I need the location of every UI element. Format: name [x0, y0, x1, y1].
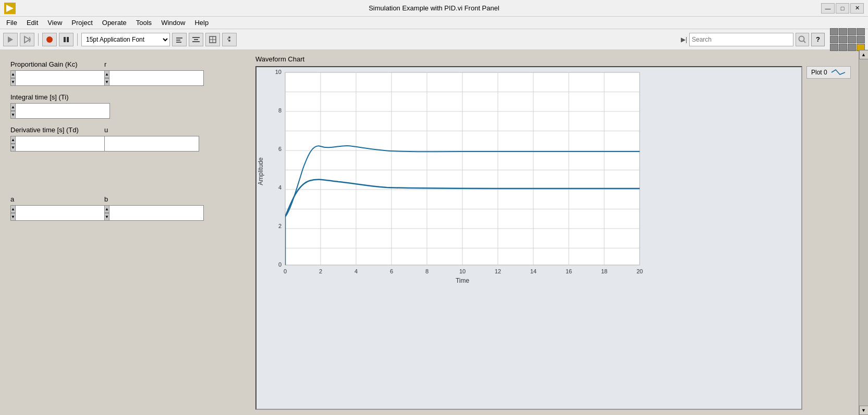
- menu-tools[interactable]: Tools: [132, 18, 156, 28]
- svg-rect-8: [176, 40, 180, 41]
- proportional-gain-input[interactable]: 1: [16, 70, 110, 86]
- derivative-time-control: ▲ ▼ 1: [10, 136, 94, 152]
- menu-project[interactable]: Project: [67, 18, 96, 28]
- row-td-u: Derivative time [s] (Td) ▲ ▼ 1 u 0.50027…: [10, 126, 245, 152]
- window-title: Simulation Example with PID.vi Front Pan…: [369, 4, 499, 12]
- svg-text:10: 10: [459, 268, 466, 274]
- search-button[interactable]: [796, 33, 809, 46]
- b-group: b ▲ ▼ 2: [104, 195, 167, 221]
- a-up[interactable]: ▲: [10, 205, 16, 213]
- b-down[interactable]: ▼: [104, 213, 109, 221]
- font-selector[interactable]: 15pt Application Font: [81, 33, 170, 46]
- integral-time-spinner: ▲ ▼: [10, 103, 16, 119]
- svg-point-17: [228, 40, 230, 42]
- proportional-gain-control: ▲ ▼ 1: [10, 70, 94, 86]
- integral-time-up[interactable]: ▲: [10, 103, 16, 111]
- derivative-time-input[interactable]: 1: [16, 136, 110, 152]
- b-spinner: ▲ ▼: [104, 205, 109, 221]
- resize-button[interactable]: [205, 33, 220, 46]
- svg-text:20: 20: [637, 268, 643, 274]
- u-input[interactable]: 0.500279: [104, 136, 199, 152]
- svg-text:Amplitude: Amplitude: [257, 157, 264, 185]
- proportional-gain-label: Proportional Gain (Kc): [10, 60, 94, 68]
- r-label: r: [104, 60, 167, 68]
- a-control: ▲ ▼ 0.25: [10, 205, 94, 221]
- a-down[interactable]: ▼: [10, 213, 16, 221]
- window-controls: — □ ✕: [821, 3, 864, 14]
- menu-file[interactable]: File: [2, 18, 21, 28]
- chart-box: 0 2 4 6 8 10 0 2 4 6 8 10 12 14 16 18: [255, 66, 802, 410]
- svg-text:16: 16: [566, 268, 572, 274]
- svg-marker-3: [25, 36, 30, 43]
- chart-wrapper: 0 2 4 6 8 10 0 2 4 6 8 10 12 14 16 18: [255, 66, 859, 410]
- proportional-gain-up[interactable]: ▲: [10, 70, 16, 78]
- plot-legend-label: Plot 0: [811, 69, 827, 76]
- controls-panel: Proportional Gain (Kc) ▲ ▼ 1 r ▲ ▼: [0, 50, 255, 415]
- search-input[interactable]: [689, 33, 793, 46]
- svg-text:12: 12: [495, 268, 501, 274]
- integral-time-input[interactable]: 1: [16, 103, 110, 119]
- svg-point-16: [228, 36, 230, 39]
- abort-button[interactable]: [42, 33, 57, 46]
- svg-rect-7: [176, 37, 182, 39]
- svg-text:4: 4: [278, 184, 282, 191]
- menu-window[interactable]: Window: [157, 18, 189, 28]
- b-up[interactable]: ▲: [104, 205, 109, 213]
- svg-marker-2: [8, 36, 13, 43]
- menu-edit[interactable]: Edit: [22, 18, 42, 28]
- svg-text:2: 2: [278, 223, 282, 229]
- toolbar-right: ▶| ?: [681, 28, 865, 51]
- b-input[interactable]: 2: [109, 205, 204, 221]
- derivative-time-down[interactable]: ▼: [10, 144, 16, 152]
- minimize-button[interactable]: —: [821, 3, 835, 14]
- integral-time-control: ▲ ▼ 1: [10, 103, 94, 119]
- row-kc-r: Proportional Gain (Kc) ▲ ▼ 1 r ▲ ▼: [10, 60, 245, 86]
- derivative-time-spinner: ▲ ▼: [10, 136, 16, 152]
- u-label: u: [104, 126, 177, 134]
- scroll-track-vertical[interactable]: [859, 59, 868, 406]
- svg-rect-12: [192, 41, 200, 42]
- r-up[interactable]: ▲: [104, 70, 109, 78]
- u-group: u 0.500279: [104, 126, 177, 152]
- integral-time-down[interactable]: ▼: [10, 111, 16, 119]
- menu-operate[interactable]: Operate: [98, 18, 131, 28]
- svg-rect-11: [194, 39, 198, 40]
- toolbar-separator-2: [77, 33, 78, 46]
- distribute-button[interactable]: [189, 33, 203, 46]
- pause-button[interactable]: [59, 33, 74, 46]
- svg-text:18: 18: [601, 268, 607, 274]
- reorder-button[interactable]: [222, 33, 237, 46]
- svg-rect-6: [67, 37, 69, 42]
- integral-time-label: Integral time [s] (Ti): [10, 93, 245, 101]
- scroll-up-button[interactable]: ▲: [859, 50, 869, 59]
- menu-view[interactable]: View: [43, 18, 66, 28]
- toolbar: 15pt Application Font ▶|: [0, 29, 868, 50]
- svg-text:10: 10: [275, 69, 282, 75]
- derivative-time-up[interactable]: ▲: [10, 136, 16, 144]
- svg-text:0: 0: [278, 261, 282, 268]
- chart-legend: Plot 0: [806, 66, 859, 410]
- grid-icon: [830, 28, 865, 51]
- scroll-down-button[interactable]: ▼: [859, 406, 869, 415]
- maximize-button[interactable]: □: [836, 3, 849, 14]
- search-arrow-icon: ▶|: [681, 36, 687, 43]
- align-button[interactable]: [172, 33, 187, 46]
- r-down[interactable]: ▼: [104, 78, 109, 86]
- svg-text:6: 6: [390, 268, 393, 274]
- derivative-time-label: Derivative time [s] (Td): [10, 126, 94, 134]
- r-input[interactable]: 4: [109, 70, 204, 86]
- proportional-gain-down[interactable]: ▼: [10, 78, 16, 86]
- run-button[interactable]: [3, 33, 18, 46]
- a-input[interactable]: 0.25: [16, 205, 110, 221]
- run-continuously-button[interactable]: [20, 33, 34, 46]
- vertical-scrollbar: ▲ ▼: [859, 50, 868, 415]
- menu-bar: File Edit View Project Operate Tools Win…: [0, 17, 868, 29]
- a-group: a ▲ ▼ 0.25: [10, 195, 94, 221]
- plot-legend-item: Plot 0: [806, 66, 851, 79]
- close-button[interactable]: ✕: [850, 3, 864, 14]
- toolbar-separator-1: [38, 33, 39, 46]
- b-label: b: [104, 195, 167, 203]
- help-button[interactable]: ?: [811, 33, 825, 46]
- integral-time-group: Integral time [s] (Ti) ▲ ▼ 1: [10, 93, 245, 119]
- menu-help[interactable]: Help: [190, 18, 213, 28]
